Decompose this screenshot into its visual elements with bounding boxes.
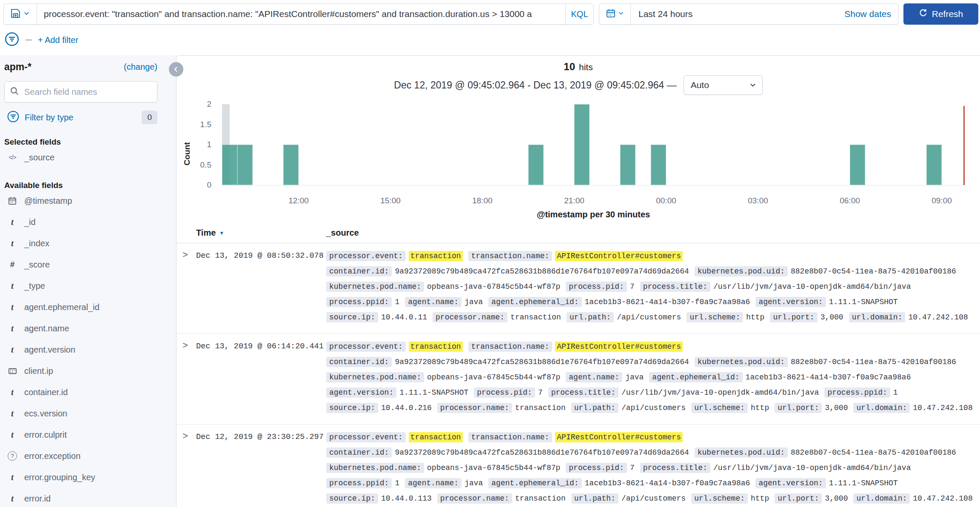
field-label: error.exception	[24, 451, 80, 461]
chevron-down-icon	[618, 10, 624, 18]
x-tick-label: 06:00	[840, 196, 860, 205]
filter-by-type[interactable]: Filter by type 0	[4, 110, 157, 125]
filter-by-type-label: Filter by type	[25, 113, 73, 122]
field-search-input[interactable]: Search field names	[4, 81, 157, 103]
search-icon	[10, 86, 19, 97]
table-rows: >Dec 13, 2019 @ 08:50:32.078processor.ev…	[177, 243, 980, 507]
field-value: 3,000	[825, 404, 848, 412]
time-range-value[interactable]: Last 24 hours	[631, 4, 844, 24]
field-item-client.ip[interactable]: client.ip	[4, 360, 157, 382]
text-field-icon: t	[7, 217, 18, 228]
field-key-badge: agent.ephemeral_id:	[488, 478, 581, 488]
refresh-icon	[919, 9, 928, 20]
y-tick-label: 0.5	[177, 160, 211, 170]
field-item-_id[interactable]: t_id	[4, 211, 157, 233]
field-value: 10.44.0.216	[381, 404, 432, 412]
field-item-error.grouping_key[interactable]: terror.grouping_key	[4, 467, 157, 488]
field-item-error.exception[interactable]: ?error.exception	[4, 445, 157, 467]
field-item-error.culprit[interactable]: terror.culprit	[4, 424, 157, 445]
field-key-badge: process.title:	[640, 282, 710, 292]
source-line: processor.event:transactiontransaction.n…	[326, 430, 975, 446]
hits-count: 10	[564, 61, 575, 73]
histogram-bar[interactable]	[651, 145, 666, 185]
field-value: 1	[395, 479, 399, 487]
field-value: /usr/lib/jvm/java-10-openjdk-amd64/bin/j…	[713, 464, 911, 472]
date-field-icon	[7, 197, 18, 205]
field-value: 10.44.0.113	[381, 494, 432, 503]
field-item-@timestamp[interactable]: @timestamp	[4, 190, 157, 211]
field-key-badge: process.title:	[640, 463, 710, 473]
field-key-badge: transaction.name:	[468, 342, 553, 352]
field-label: agent.ephemeral_id	[24, 302, 100, 312]
field-value: 9a92372089c79b489ca472fca528631b886d1e76…	[395, 358, 689, 366]
filter-icon[interactable]	[4, 31, 20, 48]
field-key-badge: container.id:	[326, 447, 392, 458]
field-value: transaction	[510, 313, 561, 322]
field-item-agent.version[interactable]: tagent.version	[4, 339, 157, 360]
field-key-badge: processor.event:	[326, 432, 406, 442]
query-input[interactable]: processor.event: "transaction" and trans…	[37, 4, 565, 24]
field-label: agent.name	[24, 324, 69, 333]
histogram-plot-area[interactable]	[222, 105, 965, 185]
source-line: processor.event:transactiontransaction.n…	[326, 340, 975, 355]
collapse-sidebar-button[interactable]	[169, 62, 183, 77]
field-item-container.id[interactable]: tcontainer.id	[4, 382, 157, 403]
field-value: opbeans-java-67845c5b44-wf87p	[427, 373, 560, 382]
interval-select[interactable]: Auto	[684, 75, 763, 95]
histogram-bar[interactable]	[528, 145, 544, 185]
field-label: error.id	[24, 494, 51, 504]
histogram-bar[interactable]	[283, 145, 299, 185]
histogram-bar[interactable]	[926, 145, 942, 185]
field-item-_source[interactable]: </>_source	[4, 147, 157, 168]
number-field-icon: #	[7, 260, 18, 269]
field-value: 10.44.0.11	[381, 313, 427, 322]
field-label: _index	[24, 239, 49, 248]
unknown-field-icon: ?	[7, 451, 18, 461]
row-source: processor.event:transactiontransaction.n…	[326, 340, 975, 416]
field-item-agent.ephemeral_id[interactable]: tagent.ephemeral_id	[4, 296, 157, 318]
field-value: 1	[395, 298, 399, 306]
documents-table: Time▼ _source >Dec 13, 2019 @ 08:50:32.0…	[177, 224, 980, 507]
calendar-icon	[606, 9, 615, 20]
field-value: 10.47.242.108	[913, 494, 972, 503]
expand-row-button[interactable]: >	[182, 249, 188, 260]
histogram-bar[interactable]	[850, 145, 865, 185]
expand-row-button[interactable]: >	[182, 340, 188, 351]
sort-down-icon: ▼	[219, 230, 224, 236]
field-label: error.culprit	[24, 430, 67, 440]
source-line: container.id:9a92372089c79b489ca472fca52…	[326, 265, 975, 280]
histogram-bar[interactable]	[237, 145, 253, 185]
field-value: /api/customers	[617, 313, 681, 322]
calendar-menu-button[interactable]	[599, 4, 631, 24]
highlighted-value: transaction	[409, 432, 463, 442]
expand-row-button[interactable]: >	[182, 430, 188, 441]
field-item-_index[interactable]: t_index	[4, 233, 157, 254]
field-key-badge: process.title:	[548, 387, 618, 398]
field-item-error.id[interactable]: terror.id	[4, 488, 157, 507]
source-line: source.ip:10.44.0.11processor.name:trans…	[326, 310, 975, 326]
field-item-_type[interactable]: t_type	[4, 275, 157, 296]
histogram-bar[interactable]	[620, 145, 635, 185]
saved-query-menu-button[interactable]	[4, 4, 37, 24]
field-item-ecs.version[interactable]: tecs.version	[4, 403, 157, 424]
refresh-button[interactable]: Refresh	[903, 3, 978, 25]
source-column-header: _source	[326, 228, 359, 238]
text-field-icon: t	[7, 323, 18, 334]
field-value: 1aceb1b3-8621-4a14-b307-f0a9c7aa98a6	[585, 479, 750, 487]
field-key-badge: kubernetes.pod.name:	[326, 463, 424, 473]
add-filter-button[interactable]: + Add filter	[38, 35, 78, 45]
field-key-badge: agent.name:	[566, 372, 622, 382]
histogram-bar[interactable]	[222, 145, 237, 185]
field-item-agent.name[interactable]: tagent.name	[4, 318, 157, 339]
histogram-bar[interactable]	[574, 104, 590, 185]
query-bar: processor.event: "transaction" and trans…	[3, 3, 594, 25]
field-value: 1aceb1b3-8621-4a14-b307-f0a9c7aa98a6	[746, 373, 911, 382]
field-item-_score[interactable]: #_score	[4, 254, 157, 275]
field-label: agent.version	[24, 345, 75, 355]
time-column-header[interactable]: Time▼	[196, 228, 224, 238]
change-index-pattern-link[interactable]: (change)	[124, 62, 157, 72]
filter-divider	[26, 40, 32, 40]
show-dates-link[interactable]: Show dates	[844, 4, 898, 24]
source-line: processor.event:transactiontransaction.n…	[326, 249, 975, 265]
query-language-button[interactable]: KQL	[565, 4, 593, 24]
